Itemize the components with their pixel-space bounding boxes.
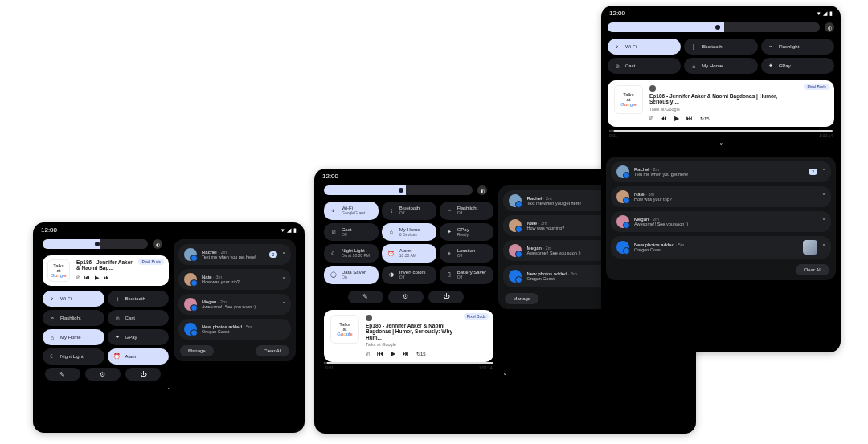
prev-icon[interactable]: ⏮ [84, 275, 90, 280]
qs-bluetooth[interactable]: ᛒBluetooth [684, 39, 757, 55]
location-icon: ⌖ [445, 251, 453, 257]
qs-gpay[interactable]: ✦GPay [761, 58, 834, 74]
home-icon: ⌂ [48, 335, 56, 340]
media-progress-bar[interactable] [609, 130, 833, 132]
avatar [509, 194, 522, 207]
media-card[interactable]: Talksat Google Pixel Buds Ep186 - Jennif… [43, 255, 169, 286]
media-card[interactable]: Talksat Google Pixel Buds Ep186 - Jennif… [324, 310, 493, 362]
chevron-down-icon[interactable]: ˅ [822, 168, 825, 175]
qs-cast[interactable]: ⎚Cast [608, 58, 681, 74]
play-icon[interactable]: ▶ [95, 275, 99, 281]
notification-megan[interactable]: Megan · 2m Awesome!! See you soon :) ˅ [178, 294, 291, 315]
settings-button[interactable]: ⚙ [388, 291, 424, 303]
bluetooth-icon: ᛒ [387, 208, 395, 214]
collapse-handle[interactable]: ˅ [601, 141, 841, 153]
qs-nightlight[interactable]: ☾Night LightOn at 10:00 PM [324, 244, 379, 263]
media-controls: ⎚ ⏮ ▶ ⏭ [76, 275, 164, 281]
clear-all-button[interactable]: Clear All [256, 345, 289, 356]
status-time: 12:00 [609, 10, 625, 17]
gpay-icon: ✦ [113, 334, 121, 340]
avatar [509, 219, 522, 232]
qs-myhome[interactable]: ⌂My Home [684, 58, 757, 74]
notification-rachel[interactable]: Rachel · 2m Text me when you get here! 2… [611, 161, 831, 182]
manage-button[interactable]: Manage [505, 293, 538, 304]
notification-nate[interactable]: Nate · 3m How was your trip? ˅ [178, 269, 291, 290]
qs-flashlight[interactable]: ⌁FlashlightOff [440, 202, 494, 220]
next-icon[interactable]: ⏭ [686, 115, 693, 122]
next-icon[interactable]: ⏭ [104, 275, 109, 280]
qs-location[interactable]: ⌖LocationOff [440, 244, 494, 263]
media-device-badge[interactable]: Pixel Buds [464, 313, 489, 320]
cast-icon: ⎚ [613, 63, 621, 69]
qs-alarm[interactable]: ⏰Alarm [108, 348, 170, 365]
auto-brightness-icon[interactable]: ◐ [825, 22, 834, 32]
qs-wifi[interactable]: ᯤWi-Fi [43, 291, 104, 307]
chevron-down-icon[interactable]: ˅ [822, 218, 825, 225]
media-device-badge[interactable]: Pixel Buds [138, 259, 164, 265]
qs-nightlight[interactable]: ☾Night Light [43, 348, 104, 365]
settings-button[interactable]: ⚙ [85, 368, 121, 381]
brightness-slider[interactable] [324, 185, 473, 195]
play-icon[interactable]: ▶ [674, 115, 679, 122]
qs-wifi[interactable]: ᯤWi-FiGoogleGuest [324, 202, 379, 220]
forward-15-icon[interactable]: ↻15 [416, 351, 426, 356]
chevron-down-icon[interactable]: ˅ [282, 276, 285, 283]
notification-megan[interactable]: Megan · 2m Awesome!! See you soon :) ˅ [611, 211, 831, 232]
chevron-down-icon[interactable]: ˅ [822, 243, 825, 251]
chevron-down-icon[interactable]: ˅ [282, 301, 285, 308]
qs-bluetooth[interactable]: ᛒBluetoothOff [382, 202, 436, 220]
prev-icon[interactable]: ⏮ [377, 350, 383, 357]
edit-button[interactable]: ✎ [45, 368, 80, 381]
manage-button[interactable]: Manage [180, 345, 214, 356]
prev-icon[interactable]: ⏮ [661, 115, 667, 122]
flashlight-icon: ⌁ [445, 207, 453, 214]
media-device-badge[interactable]: Pixel Buds [804, 84, 829, 90]
forward-15-icon[interactable]: ↻15 [700, 116, 710, 121]
cast-icon[interactable]: ⎚ [649, 115, 653, 122]
qs-bluetooth[interactable]: ᛒBluetooth [108, 291, 170, 307]
qs-battery[interactable]: ▯Battery SaverOff [440, 266, 494, 284]
avatar [184, 298, 197, 311]
brightness-slider[interactable] [608, 22, 820, 32]
cast-icon[interactable]: ⎚ [76, 275, 80, 280]
qs-cast[interactable]: ⎚Cast [108, 310, 170, 326]
power-button[interactable]: ⏻ [428, 291, 464, 303]
device-portrait: 12:00 ▾◢▮ ◐ ᯤWi-Fi ᛒBluetooth ⌁Flashligh… [601, 6, 841, 352]
media-card[interactable]: Talksat Google Pixel Buds Ep186 - Jennif… [608, 80, 834, 127]
collapse-handle[interactable]: ˅ [314, 373, 696, 384]
auto-brightness-icon[interactable]: ◐ [153, 239, 162, 249]
chevron-down-icon[interactable]: ˅ [822, 193, 825, 200]
photos-icon [184, 323, 197, 336]
notification-nate[interactable]: Nate · 3m How was your trip? ˅ [611, 186, 831, 207]
qs-flashlight[interactable]: ⌁Flashlight [43, 310, 104, 326]
play-icon[interactable]: ▶ [391, 350, 395, 357]
brightness-slider[interactable] [43, 239, 148, 249]
collapse-handle[interactable]: ˅ [33, 385, 305, 398]
photo-thumbnail [803, 240, 817, 255]
auto-brightness-icon[interactable]: ◐ [477, 185, 487, 195]
qs-myhome[interactable]: ⌂My Home [43, 329, 104, 345]
cast-icon[interactable]: ⎚ [366, 350, 370, 357]
notification-photos[interactable]: New photos added · 5m Oregon Coast [178, 319, 291, 340]
chevron-down-icon[interactable]: ˅ [282, 251, 285, 259]
moon-icon: ☾ [330, 251, 338, 257]
qs-flashlight[interactable]: ⌁Flashlight [761, 39, 834, 55]
notification-rachel[interactable]: Rachel · 2m Text me when you get here! 2… [178, 244, 291, 265]
next-icon[interactable]: ⏭ [403, 350, 409, 357]
qs-wifi[interactable]: ᯤWi-Fi [608, 39, 681, 55]
qs-invert[interactable]: ◑Invert colorsOff [382, 266, 436, 284]
qs-cast[interactable]: ⎚CastOff [324, 223, 379, 242]
power-button[interactable]: ⏻ [125, 368, 161, 381]
media-progress-bar[interactable] [324, 362, 493, 364]
qs-gpay[interactable]: ✦GPayReady [440, 223, 494, 242]
qs-gpay[interactable]: ✦GPay [108, 329, 170, 345]
photos-icon [509, 270, 522, 283]
clear-all-button[interactable]: Clear All [796, 264, 829, 275]
edit-button[interactable]: ✎ [348, 291, 383, 303]
notification-photos[interactable]: New photos added · 5m Oregon Coast ˅ [611, 236, 831, 259]
qs-alarm[interactable]: ⏰Alarm10:30 AM [382, 244, 436, 263]
qs-datasaver[interactable]: ◯Data SaverOn [324, 266, 379, 284]
battery-icon: ▯ [445, 271, 453, 278]
device-small: 12:00 ▾◢▮ ◐ Talksat Google Pixel Buds Ep… [33, 222, 305, 433]
qs-myhome[interactable]: ⌂My Home6 Devices [382, 223, 436, 242]
